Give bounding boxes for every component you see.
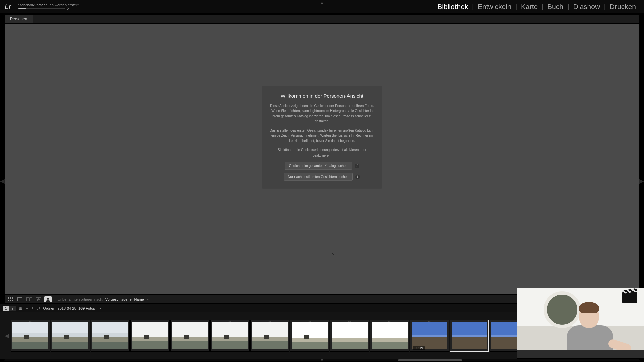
background-task: Standard-Vorschauen werden erstellt × xyxy=(18,3,79,10)
thumbnail-image xyxy=(172,322,208,349)
module-diashow[interactable]: Diashow xyxy=(569,3,604,11)
module-bibliothek[interactable]: Bibliothek xyxy=(433,3,472,11)
info-icon[interactable]: i xyxy=(355,164,359,168)
svg-rect-4 xyxy=(10,300,11,301)
svg-rect-10 xyxy=(39,297,41,299)
thumbnail[interactable]: ⋯ xyxy=(51,320,90,352)
filmstrip-left-arrow-icon[interactable]: ◀ xyxy=(4,332,10,339)
svg-rect-3 xyxy=(8,300,9,301)
thumbnail-image xyxy=(212,322,248,349)
thumbnail-image xyxy=(132,322,168,349)
dialog-paragraph-3: Sie können die Gesichtserkennung jederze… xyxy=(268,147,376,158)
sort-dropdown[interactable]: Vorgeschlagener Name xyxy=(105,297,144,301)
top-panel-chevron-icon[interactable]: ▲ xyxy=(320,1,324,4)
thumbnail-image xyxy=(452,322,487,349)
svg-rect-2 xyxy=(12,297,13,299)
find-specific-faces-button[interactable]: Nur nach bestimmten Gesichtern suchen xyxy=(284,173,352,181)
display-segment: 1 2 xyxy=(3,306,16,311)
thumbnail[interactable]: ⋯ xyxy=(210,320,250,352)
secondary-display-button[interactable]: 2 xyxy=(9,306,16,311)
filmstrip-mini-controls: ▦ − + ⇄ xyxy=(18,306,40,311)
svg-point-12 xyxy=(47,298,49,300)
info-icon[interactable]: i xyxy=(355,175,360,179)
thumbnail[interactable]: ⋯ xyxy=(11,320,50,352)
right-panel-chevron-icon[interactable]: ▶ xyxy=(639,177,644,185)
thumbnail[interactable]: ⋯ xyxy=(91,320,130,352)
chevron-down-icon: ▼ xyxy=(147,298,149,301)
thumbnail-image xyxy=(372,322,408,349)
people-welcome-dialog: Willkommen in der Personen-Ansicht Diese… xyxy=(262,86,382,189)
thumbnail-image xyxy=(92,322,128,349)
thumbnail-image xyxy=(52,322,88,349)
app-logo: Lr xyxy=(0,2,16,11)
minus-icon[interactable]: − xyxy=(25,306,28,311)
scrollbar-thumb[interactable] xyxy=(398,359,462,361)
thumbnail-image xyxy=(292,322,328,349)
module-entwickeln[interactable]: Entwickeln xyxy=(474,3,515,11)
thumbnail[interactable]: ⋯ xyxy=(170,320,210,352)
primary-display-button[interactable]: 1 xyxy=(3,306,9,311)
thumbnail-image xyxy=(252,322,288,349)
thumbnail[interactable]: ⋯ xyxy=(130,320,170,352)
thumbnail[interactable]: ⋯ xyxy=(370,320,409,352)
dialog-paragraph-2: Das Erstellen des ersten Gesichtsindex f… xyxy=(268,128,376,144)
svg-rect-5 xyxy=(12,300,13,301)
grid-icon[interactable]: ▦ xyxy=(18,306,22,311)
people-view-icon[interactable] xyxy=(44,296,52,302)
module-buch[interactable]: Buch xyxy=(543,3,568,11)
video-duration-badge: 00:19 xyxy=(413,346,425,350)
thumbnail[interactable]: ⋯ xyxy=(450,320,489,352)
loupe-view-icon[interactable] xyxy=(16,296,23,302)
task-close-icon[interactable]: × xyxy=(67,7,70,10)
view-tabs: Personen xyxy=(4,15,640,23)
svg-rect-1 xyxy=(10,297,11,299)
tab-personen[interactable]: Personen xyxy=(5,15,33,23)
main-canvas: Willkommen in der Personen-Ansicht Diese… xyxy=(4,23,640,295)
module-picker: Bibliothek|Entwickeln|Karte|Buch|Diashow… xyxy=(433,3,644,11)
svg-rect-6 xyxy=(17,298,22,301)
sort-label: Unbenannte sortieren nach: xyxy=(58,297,103,301)
clapperboard-icon xyxy=(622,292,637,303)
thumbnail[interactable]: ⋯00:19 xyxy=(410,320,449,352)
grid-view-icon[interactable] xyxy=(7,296,14,302)
dialog-paragraph-1: Diese Ansicht zeigt Ihnen die Gesichter … xyxy=(268,103,376,124)
thumbnail[interactable]: ⋯ xyxy=(290,320,329,352)
find-faces-full-catalog-button[interactable]: Gesichter im gesamten Katalog suchen xyxy=(285,162,352,170)
svg-rect-9 xyxy=(36,297,38,299)
thumbnail-image xyxy=(12,322,48,349)
text-cursor-icon: b xyxy=(332,252,334,257)
sync-icon[interactable]: ⇄ xyxy=(37,306,40,311)
plus-icon[interactable]: + xyxy=(31,306,34,311)
svg-rect-0 xyxy=(8,297,9,299)
svg-rect-7 xyxy=(26,298,29,301)
left-panel-chevron-icon[interactable]: ◀ xyxy=(0,177,5,185)
thumbnail-image xyxy=(332,322,368,349)
survey-view-icon[interactable] xyxy=(35,296,42,302)
webcam-overlay xyxy=(517,288,644,359)
dialog-title: Willkommen in der Personen-Ansicht xyxy=(268,93,376,99)
module-karte[interactable]: Karte xyxy=(517,3,542,11)
chevron-down-icon[interactable]: ▼ xyxy=(99,307,102,310)
task-progress-bar xyxy=(18,8,65,9)
source-path[interactable]: Ordner : 2018-04-28 169 Fotos xyxy=(43,306,95,310)
compare-view-icon[interactable] xyxy=(25,296,33,302)
svg-rect-8 xyxy=(30,298,32,301)
thumbnail[interactable]: ⋯ xyxy=(330,320,369,352)
thumbnail-image xyxy=(412,322,447,349)
bottom-panel-chevron-icon[interactable]: ▼ xyxy=(320,358,324,362)
thumbnail[interactable]: ⋯ xyxy=(250,320,289,352)
svg-rect-11 xyxy=(37,300,40,301)
module-drucken[interactable]: Drucken xyxy=(606,3,640,11)
